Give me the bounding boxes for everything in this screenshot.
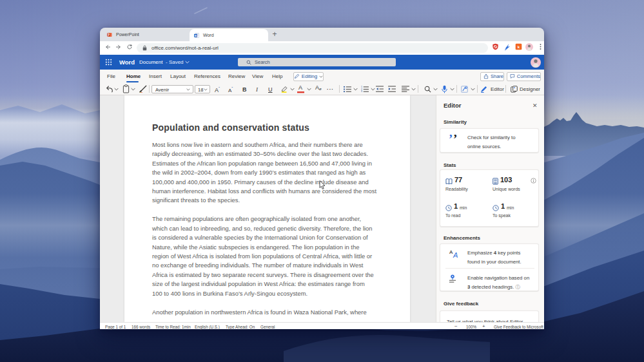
svg-text:W: W <box>195 33 197 37</box>
svg-text:P: P <box>108 33 110 36</box>
svg-text:k: k <box>518 44 520 49</box>
svg-text:3: 3 <box>361 90 362 93</box>
